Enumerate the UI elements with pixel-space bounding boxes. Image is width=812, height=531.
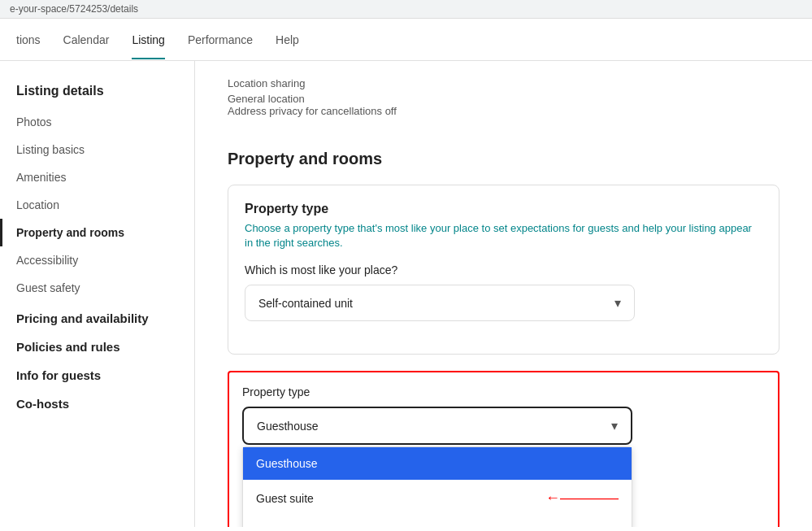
chevron-down-icon-2: ▾ — [611, 418, 618, 433]
property-type-card: Property type Choose a property type tha… — [228, 185, 779, 355]
sidebar-item-location[interactable]: Location — [0, 191, 194, 219]
browser-url-bar: e-your-space/5724253/details — [0, 0, 812, 19]
nav-item-help[interactable]: Help — [276, 20, 299, 59]
main-layout: Listing details Photos Listing basics Am… — [0, 61, 812, 527]
which-most-like-label: Which is most like your place? — [245, 263, 762, 276]
sidebar-info-guests[interactable]: Info for guests — [0, 359, 194, 387]
sidebar-item-amenities[interactable]: Amenities — [0, 163, 194, 191]
general-location-label: General location — [228, 93, 779, 105]
location-sharing-section: Location sharing General location Addres… — [228, 61, 779, 137]
sidebar-item-property-and-rooms[interactable]: Property and rooms — [0, 219, 194, 246]
sidebar-listing-details-title: Listing details — [0, 77, 194, 108]
sidebar-item-listing-basics[interactable]: Listing basics — [0, 136, 194, 163]
nav-item-performance[interactable]: Performance — [188, 20, 253, 59]
arrow-annotation: ←———— — [545, 490, 619, 507]
location-sharing-title: Location sharing — [228, 77, 779, 89]
self-contained-value: Self-contained unit — [258, 297, 353, 310]
guesthouse-dropdown-container: Guesthouse ▾ Guesthouse Guest suite ←———… — [242, 407, 632, 445]
sidebar-pricing-availability[interactable]: Pricing and availability — [0, 302, 194, 330]
option-guesthouse[interactable]: Guesthouse — [243, 447, 632, 480]
self-contained-dropdown[interactable]: Self-contained unit ▾ — [245, 285, 635, 321]
address-privacy-label: Address privacy for cancellations off — [228, 105, 779, 117]
property-type-card-desc: Choose a property type that's most like … — [245, 221, 762, 250]
highlighted-property-type-label: Property type — [242, 385, 765, 398]
nav-item-listing[interactable]: Listing — [132, 20, 164, 59]
guesthouse-dropdown-trigger[interactable]: Guesthouse ▾ — [242, 407, 632, 445]
nav-item-calendar[interactable]: Calendar — [63, 20, 110, 59]
property-type-card-title: Property type — [245, 202, 762, 216]
sidebar-item-guest-safety[interactable]: Guest safety — [0, 274, 194, 302]
nav-item-tions[interactable]: tions — [16, 20, 41, 59]
chevron-down-icon: ▾ — [614, 295, 621, 311]
property-rooms-section-title: Property and rooms — [228, 137, 779, 168]
highlighted-property-section: Property type Guesthouse ▾ Guesthouse Gu… — [228, 371, 779, 527]
content-area: Location sharing General location Addres… — [195, 61, 812, 527]
option-guesthouse-label: Guesthouse — [256, 457, 318, 470]
guesthouse-value: Guesthouse — [257, 420, 319, 433]
sidebar-item-photos[interactable]: Photos — [0, 108, 194, 136]
sidebar: Listing details Photos Listing basics Am… — [0, 61, 195, 527]
sidebar-policies-rules[interactable]: Policies and rules — [0, 330, 194, 359]
option-guest-suite[interactable]: Guest suite ←———— — [243, 480, 632, 516]
dropdown-options-list: Guesthouse Guest suite ←———— Farm stay — [242, 446, 632, 527]
option-farm-stay[interactable]: Farm stay — [243, 516, 632, 527]
sidebar-item-accessibility[interactable]: Accessibility — [0, 246, 194, 274]
top-navigation: tions Calendar Listing Performance Help — [0, 19, 812, 61]
option-guest-suite-label: Guest suite — [256, 492, 314, 505]
option-farm-stay-label: Farm stay — [256, 526, 306, 527]
sidebar-cohosts[interactable]: Co-hosts — [0, 387, 194, 416]
